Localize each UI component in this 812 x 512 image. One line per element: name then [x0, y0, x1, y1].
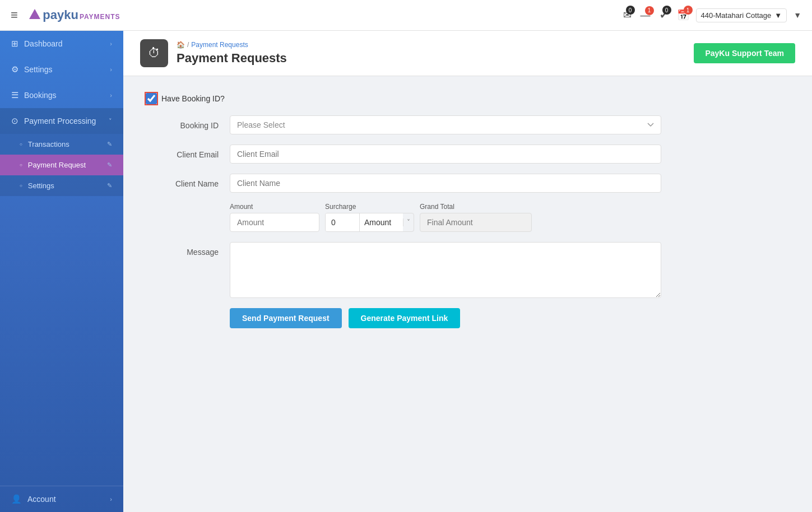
payment-processing-label: Payment Processing	[24, 117, 96, 125]
edit-icon-2: ✎	[107, 161, 112, 169]
surcharge-input-wrap: Amount % ˅	[325, 213, 414, 232]
client-name-input[interactable]	[230, 174, 661, 193]
logo-area: ≡ payku PAYMENTS	[8, 6, 120, 25]
payment-request-label: Payment Request	[28, 161, 86, 169]
sidebar-item-dashboard-left: ⊞ Dashboard	[11, 39, 63, 49]
surcharge-group: Surcharge Amount % ˅	[325, 203, 414, 232]
content-area: ⏱ 🏠 / Payment Requests Payment Requests …	[123, 31, 812, 512]
sidebar: ⊞ Dashboard › ⚙ Settings › ☰ Bookings › …	[0, 31, 123, 512]
dashboard-icon: ⊞	[11, 39, 18, 49]
settings-icon: ⚙	[11, 64, 18, 75]
circle-icon-1: ○	[20, 142, 22, 147]
amount-fields: Amount Surcharge Amount % ˅	[230, 203, 661, 232]
client-name-row: Client Name	[146, 174, 661, 193]
have-booking-checkbox[interactable]	[146, 93, 157, 104]
top-header: ≡ payku PAYMENTS ✉ 0 — 1 ✔ 0 📅 1 440-Mat…	[0, 0, 812, 31]
mail-badge: 0	[626, 6, 635, 15]
have-booking-row: Have Booking ID?	[146, 93, 661, 104]
dropdown-arrow-icon: ▼	[794, 11, 801, 20]
breadcrumb-separator: /	[187, 41, 189, 49]
booking-id-label: Booking ID	[146, 115, 219, 130]
logo: payku PAYMENTS	[29, 8, 120, 22]
send-payment-request-button[interactable]: Send Payment Request	[230, 308, 342, 328]
page-header-left: ⏱ 🏠 / Payment Requests Payment Requests	[140, 39, 287, 67]
chevron-right-icon: ›	[110, 40, 112, 47]
surcharge-type-select[interactable]: Amount %	[359, 213, 403, 231]
surcharge-chevron-icon: ˅	[403, 218, 414, 226]
booking-id-select[interactable]: Please Select	[230, 115, 661, 134]
minus-badge: 1	[645, 6, 654, 15]
circle-icon-3: ○	[20, 183, 22, 188]
amount-row: Amount Surcharge Amount % ˅	[146, 203, 661, 232]
main-layout: ⊞ Dashboard › ⚙ Settings › ☰ Bookings › …	[0, 31, 812, 512]
breadcrumb-home-icon: 🏠	[177, 41, 185, 49]
message-textarea[interactable]	[230, 242, 661, 298]
have-booking-label[interactable]: Have Booking ID?	[161, 94, 225, 103]
check-badge: 0	[662, 6, 671, 15]
client-email-label: Client Email	[146, 145, 219, 159]
payment-processing-icon: ⊙	[11, 116, 18, 126]
sidebar-item-settings-top[interactable]: ⚙ Settings ›	[0, 57, 123, 82]
sidebar-item-dashboard-label: Dashboard	[24, 39, 63, 48]
support-button[interactable]: PayKu Support Team	[694, 43, 795, 63]
account-icon: 👤	[11, 494, 22, 504]
client-name-label: Client Name	[146, 174, 219, 188]
breadcrumb: 🏠 / Payment Requests	[177, 41, 287, 49]
amount-input[interactable]	[230, 213, 319, 232]
calendar-badge: 1	[684, 6, 693, 15]
sidebar-item-dashboard[interactable]: ⊞ Dashboard ›	[0, 31, 123, 57]
hamburger-menu[interactable]: ≡	[8, 6, 20, 25]
chevron-down-icon: ▼	[774, 11, 782, 20]
dropdown-arrow-btn[interactable]: ▼	[791, 8, 804, 22]
settings-sub-label: Settings	[28, 181, 54, 190]
payment-processing-submenu: ○ Transactions ✎ ○ Payment Request ✎ ○ S	[0, 134, 123, 196]
chevron-down-icon-2: ˅	[109, 118, 112, 125]
chevron-right-icon-2: ›	[110, 66, 112, 73]
sidebar-item-account[interactable]: 👤 Account ›	[0, 486, 123, 512]
edit-icon-1: ✎	[107, 141, 112, 148]
transactions-label: Transactions	[28, 140, 69, 148]
sidebar-item-transactions[interactable]: ○ Transactions ✎	[0, 134, 123, 155]
sidebar-item-bookings[interactable]: ☰ Bookings ›	[0, 82, 123, 108]
page-icon: ⏱	[148, 46, 160, 60]
minus-icon-btn[interactable]: — 1	[638, 7, 653, 24]
page-header-bar: ⏱ 🏠 / Payment Requests Payment Requests …	[123, 31, 812, 76]
logo-payments-text: PAYMENTS	[80, 13, 120, 21]
mail-icon-btn[interactable]: ✉ 0	[621, 7, 634, 24]
booking-id-row: Booking ID Please Select	[146, 115, 661, 134]
amount-group: Amount	[230, 203, 319, 232]
property-name: 440-Matahari Cottage	[701, 11, 772, 20]
page-title: Payment Requests	[177, 51, 287, 66]
header-right: ✉ 0 — 1 ✔ 0 📅 1 440-Matahari Cottage ▼ ▼	[621, 7, 804, 24]
form-area: Have Booking ID? Booking ID Please Selec…	[123, 76, 684, 345]
sidebar-item-settings-sub[interactable]: ○ Settings ✎	[0, 175, 123, 196]
client-email-row: Client Email	[146, 145, 661, 164]
chevron-right-icon-3: ›	[110, 92, 112, 99]
sidebar-item-payment-request[interactable]: ○ Payment Request ✎	[0, 155, 123, 175]
edit-icon-3: ✎	[107, 182, 112, 189]
logo-payku-text: payku	[43, 8, 78, 22]
check-icon-btn[interactable]: ✔ 0	[657, 7, 670, 24]
message-label: Message	[146, 242, 219, 257]
sidebar-item-payment-processing[interactable]: ⊙ Payment Processing ˅	[0, 108, 123, 134]
surcharge-number-input[interactable]	[326, 213, 359, 231]
action-buttons: Send Payment Request Generate Payment Li…	[146, 308, 661, 328]
bookings-icon: ☰	[11, 90, 18, 100]
grand-total-group: Grand Total	[420, 203, 532, 232]
logo-triangle-icon	[29, 9, 40, 19]
property-selector[interactable]: 440-Matahari Cottage ▼	[696, 8, 787, 22]
generate-payment-link-button[interactable]: Generate Payment Link	[349, 308, 461, 328]
page-icon-box: ⏱	[140, 39, 168, 67]
payment-processing-group: ⊙ Payment Processing ˅ ○ Transactions ✎ …	[0, 108, 123, 196]
circle-icon-2: ○	[20, 162, 22, 167]
client-email-input[interactable]	[230, 145, 661, 164]
amount-field-label: Amount	[230, 203, 319, 211]
sidebar-item-settings-label: Settings	[24, 65, 53, 74]
message-row: Message	[146, 242, 661, 298]
page-title-area: 🏠 / Payment Requests Payment Requests	[177, 41, 287, 66]
account-label: Account	[27, 495, 56, 504]
breadcrumb-link[interactable]: Payment Requests	[191, 41, 248, 49]
surcharge-field-label: Surcharge	[325, 203, 414, 211]
grand-total-input	[420, 213, 532, 232]
calendar-icon-btn[interactable]: 📅 1	[675, 7, 692, 24]
